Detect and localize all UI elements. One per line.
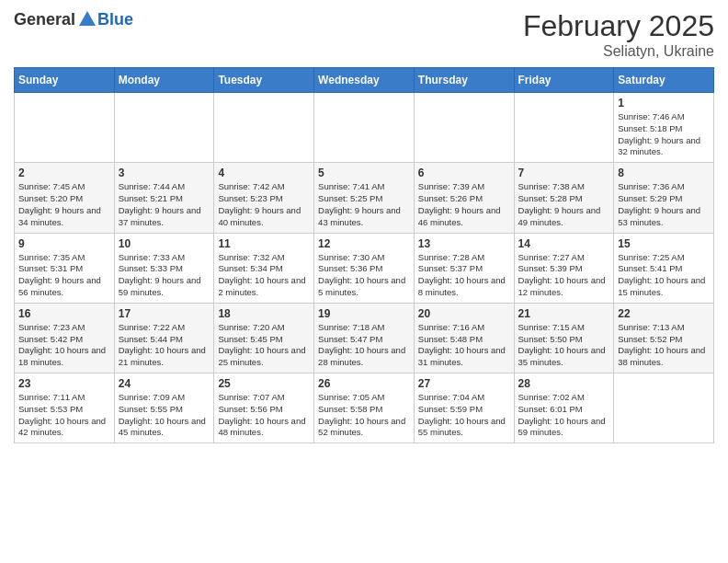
day-number: 18 <box>218 307 310 320</box>
calendar-day-cell: 28Sunrise: 7:02 AM Sunset: 6:01 PM Dayli… <box>514 373 614 443</box>
calendar-day-cell: 3Sunrise: 7:44 AM Sunset: 5:21 PM Daylig… <box>114 163 214 233</box>
day-info: Sunrise: 7:38 AM Sunset: 5:28 PM Dayligh… <box>518 181 610 228</box>
calendar-day-cell: 17Sunrise: 7:22 AM Sunset: 5:44 PM Dayli… <box>114 303 214 373</box>
day-info: Sunrise: 7:13 AM Sunset: 5:52 PM Dayligh… <box>618 322 710 369</box>
day-number: 26 <box>318 377 410 390</box>
calendar-week-row: 23Sunrise: 7:11 AM Sunset: 5:53 PM Dayli… <box>15 373 714 443</box>
day-info: Sunrise: 7:36 AM Sunset: 5:29 PM Dayligh… <box>618 181 710 228</box>
day-info: Sunrise: 7:25 AM Sunset: 5:41 PM Dayligh… <box>618 252 710 299</box>
calendar-day-cell: 26Sunrise: 7:05 AM Sunset: 5:58 PM Dayli… <box>314 373 415 443</box>
day-number: 16 <box>18 307 110 320</box>
day-info: Sunrise: 7:02 AM Sunset: 6:01 PM Dayligh… <box>518 392 610 439</box>
calendar-day-cell: 12Sunrise: 7:30 AM Sunset: 5:36 PM Dayli… <box>314 233 415 303</box>
day-number: 2 <box>18 167 110 179</box>
calendar-day-cell: 25Sunrise: 7:07 AM Sunset: 5:56 PM Dayli… <box>214 373 314 443</box>
day-of-week-header: Sunday <box>15 68 115 93</box>
day-number: 9 <box>18 237 110 250</box>
day-info: Sunrise: 7:04 AM Sunset: 5:59 PM Dayligh… <box>418 392 510 439</box>
calendar-day-cell <box>414 93 514 163</box>
day-number: 28 <box>518 377 610 390</box>
calendar-week-row: 1Sunrise: 7:46 AM Sunset: 5:18 PM Daylig… <box>15 93 714 163</box>
calendar-day-cell: 18Sunrise: 7:20 AM Sunset: 5:45 PM Dayli… <box>214 303 314 373</box>
calendar-day-cell: 24Sunrise: 7:09 AM Sunset: 5:55 PM Dayli… <box>114 373 214 443</box>
day-info: Sunrise: 7:23 AM Sunset: 5:42 PM Dayligh… <box>18 322 110 369</box>
day-info: Sunrise: 7:22 AM Sunset: 5:44 PM Dayligh… <box>119 322 210 369</box>
day-info: Sunrise: 7:09 AM Sunset: 5:55 PM Dayligh… <box>119 392 210 439</box>
day-info: Sunrise: 7:44 AM Sunset: 5:21 PM Dayligh… <box>119 181 210 228</box>
page-title: February 2025 <box>523 9 714 43</box>
day-number: 11 <box>218 237 310 250</box>
title-block: February 2025 Seliatyn, Ukraine <box>523 9 714 60</box>
calendar-week-row: 9Sunrise: 7:35 AM Sunset: 5:31 PM Daylig… <box>15 233 714 303</box>
day-info: Sunrise: 7:07 AM Sunset: 5:56 PM Dayligh… <box>218 392 310 439</box>
calendar-day-cell: 7Sunrise: 7:38 AM Sunset: 5:28 PM Daylig… <box>514 163 614 233</box>
calendar-day-cell: 23Sunrise: 7:11 AM Sunset: 5:53 PM Dayli… <box>15 373 115 443</box>
calendar-day-cell: 5Sunrise: 7:41 AM Sunset: 5:25 PM Daylig… <box>314 163 415 233</box>
day-info: Sunrise: 7:30 AM Sunset: 5:36 PM Dayligh… <box>318 252 410 299</box>
calendar-day-cell: 4Sunrise: 7:42 AM Sunset: 5:23 PM Daylig… <box>214 163 314 233</box>
day-of-week-header: Saturday <box>614 68 714 93</box>
day-number: 3 <box>119 167 210 179</box>
day-info: Sunrise: 7:28 AM Sunset: 5:37 PM Dayligh… <box>418 252 510 299</box>
day-number: 12 <box>318 237 410 250</box>
calendar-day-cell <box>614 373 714 443</box>
calendar-day-cell: 10Sunrise: 7:33 AM Sunset: 5:33 PM Dayli… <box>114 233 214 303</box>
calendar-day-cell: 15Sunrise: 7:25 AM Sunset: 5:41 PM Dayli… <box>614 233 714 303</box>
day-number: 24 <box>119 377 210 390</box>
calendar-day-cell: 22Sunrise: 7:13 AM Sunset: 5:52 PM Dayli… <box>614 303 714 373</box>
day-number: 27 <box>418 377 510 390</box>
calendar-day-cell <box>514 93 614 163</box>
calendar-day-cell: 13Sunrise: 7:28 AM Sunset: 5:37 PM Dayli… <box>414 233 514 303</box>
day-number: 8 <box>618 167 710 179</box>
calendar-day-cell: 2Sunrise: 7:45 AM Sunset: 5:20 PM Daylig… <box>15 163 115 233</box>
day-info: Sunrise: 7:16 AM Sunset: 5:48 PM Dayligh… <box>418 322 510 369</box>
calendar-day-cell: 8Sunrise: 7:36 AM Sunset: 5:29 PM Daylig… <box>614 163 714 233</box>
day-number: 10 <box>119 237 210 250</box>
day-of-week-header: Friday <box>514 68 614 93</box>
logo-image: General <box>14 9 97 29</box>
day-info: Sunrise: 7:27 AM Sunset: 5:39 PM Dayligh… <box>518 252 610 299</box>
calendar-day-cell: 16Sunrise: 7:23 AM Sunset: 5:42 PM Dayli… <box>15 303 115 373</box>
day-info: Sunrise: 7:45 AM Sunset: 5:20 PM Dayligh… <box>18 181 110 228</box>
day-info: Sunrise: 7:32 AM Sunset: 5:34 PM Dayligh… <box>218 252 310 299</box>
calendar-day-cell: 9Sunrise: 7:35 AM Sunset: 5:31 PM Daylig… <box>15 233 115 303</box>
day-of-week-header: Monday <box>114 68 214 93</box>
calendar-table: SundayMondayTuesdayWednesdayThursdayFrid… <box>14 67 714 443</box>
day-number: 19 <box>318 307 410 320</box>
calendar-day-cell <box>314 93 415 163</box>
calendar-day-cell: 21Sunrise: 7:15 AM Sunset: 5:50 PM Dayli… <box>514 303 614 373</box>
day-info: Sunrise: 7:33 AM Sunset: 5:33 PM Dayligh… <box>119 252 210 299</box>
logo: General Blue <box>14 9 133 29</box>
day-number: 17 <box>119 307 210 320</box>
calendar-day-cell: 27Sunrise: 7:04 AM Sunset: 5:59 PM Dayli… <box>414 373 514 443</box>
day-of-week-header: Tuesday <box>214 68 314 93</box>
day-of-week-header: Thursday <box>414 68 514 93</box>
day-number: 4 <box>218 167 310 179</box>
calendar-day-cell <box>214 93 314 163</box>
day-info: Sunrise: 7:46 AM Sunset: 5:18 PM Dayligh… <box>618 111 710 158</box>
day-info: Sunrise: 7:39 AM Sunset: 5:26 PM Dayligh… <box>418 181 510 228</box>
calendar-week-row: 2Sunrise: 7:45 AM Sunset: 5:20 PM Daylig… <box>15 163 714 233</box>
calendar-day-cell: 14Sunrise: 7:27 AM Sunset: 5:39 PM Dayli… <box>514 233 614 303</box>
day-number: 15 <box>618 237 710 250</box>
logo-general: General <box>14 10 75 29</box>
svg-marker-0 <box>79 11 96 26</box>
day-number: 7 <box>518 167 610 179</box>
calendar-header-row: SundayMondayTuesdayWednesdayThursdayFrid… <box>15 68 714 93</box>
day-info: Sunrise: 7:18 AM Sunset: 5:47 PM Dayligh… <box>318 322 410 369</box>
day-number: 5 <box>318 167 410 179</box>
calendar-day-cell: 11Sunrise: 7:32 AM Sunset: 5:34 PM Dayli… <box>214 233 314 303</box>
calendar-week-row: 16Sunrise: 7:23 AM Sunset: 5:42 PM Dayli… <box>15 303 714 373</box>
page-header: General Blue February 2025 Seliatyn, Ukr… <box>14 9 714 60</box>
day-number: 21 <box>518 307 610 320</box>
day-info: Sunrise: 7:41 AM Sunset: 5:25 PM Dayligh… <box>318 181 410 228</box>
calendar-day-cell <box>114 93 214 163</box>
day-info: Sunrise: 7:11 AM Sunset: 5:53 PM Dayligh… <box>18 392 110 439</box>
calendar-day-cell: 20Sunrise: 7:16 AM Sunset: 5:48 PM Dayli… <box>414 303 514 373</box>
logo-blue: Blue <box>97 10 133 29</box>
calendar-day-cell: 6Sunrise: 7:39 AM Sunset: 5:26 PM Daylig… <box>414 163 514 233</box>
day-info: Sunrise: 7:05 AM Sunset: 5:58 PM Dayligh… <box>318 392 410 439</box>
day-number: 13 <box>418 237 510 250</box>
day-number: 25 <box>218 377 310 390</box>
calendar-day-cell <box>15 93 115 163</box>
